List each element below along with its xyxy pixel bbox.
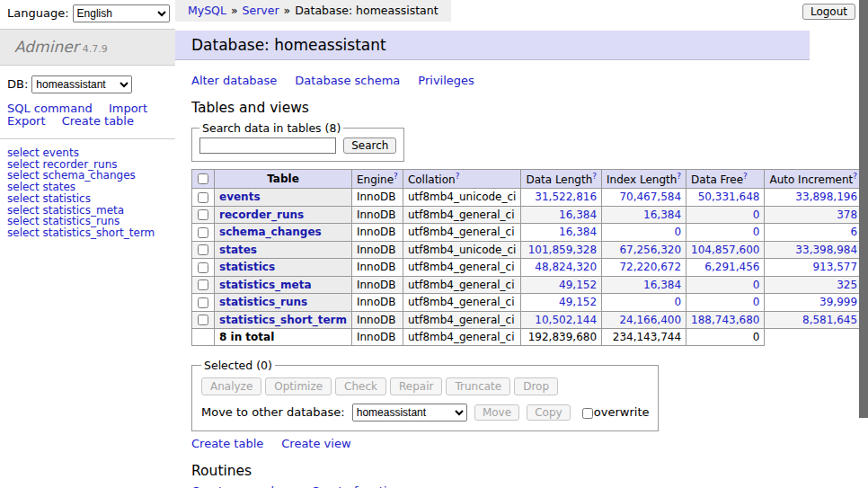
auto-increment-link[interactable]: 8,581,645 [802, 314, 857, 326]
auto-increment-link[interactable]: 33,898,196 [795, 191, 857, 203]
collation-cell: utf8mb4_unicode_ci [403, 189, 521, 207]
data-free-link[interactable]: 50,331,648 [698, 191, 760, 203]
row-checkbox[interactable] [198, 297, 208, 308]
truncate-button[interactable]: Truncate [446, 377, 510, 395]
table-link[interactable]: recorder_runs [219, 209, 304, 221]
table-link[interactable]: statistics [219, 261, 275, 273]
data-length-link[interactable]: 49,152 [559, 296, 597, 308]
sidebar-action-sql-command[interactable]: SQL command [7, 102, 93, 115]
index-length-link[interactable]: 72,220,672 [619, 261, 681, 273]
data-free-cell: 104,857,600 [686, 241, 765, 259]
copy-button[interactable]: Copy [527, 404, 570, 421]
db-select[interactable]: homeassistant [31, 75, 132, 93]
link-create-procedure[interactable]: Create procedure [191, 484, 293, 488]
data-length-link[interactable]: 31,522,816 [535, 191, 597, 203]
scrollbar-thumb[interactable] [859, 0, 868, 418]
data-free-link[interactable]: 6,291,456 [704, 261, 759, 273]
analyze-button[interactable]: Analyze [201, 377, 261, 395]
row-checkbox-cell [192, 206, 215, 224]
help-link[interactable]: ? [853, 172, 857, 181]
auto-increment-link[interactable]: 33,398,984 [795, 244, 857, 256]
data-length-link[interactable]: 16,384 [559, 209, 597, 221]
index-length-link[interactable]: 0 [674, 296, 681, 308]
language-select[interactable]: English [73, 4, 170, 22]
row-checkbox[interactable] [198, 244, 208, 255]
table-link[interactable]: states [219, 244, 257, 256]
optimize-button[interactable]: Optimize [265, 377, 332, 395]
auto-increment-link[interactable]: 6 [850, 226, 857, 238]
table-link[interactable]: statistics_short_term [219, 314, 347, 326]
data-length-link[interactable]: 48,824,320 [535, 261, 597, 273]
data-length-cell: 101,859,328 [521, 241, 602, 259]
check-button[interactable]: Check [335, 377, 386, 395]
data-free-link[interactable]: 0 [753, 279, 760, 291]
engine-cell: InnoDB [351, 189, 403, 207]
drop-button[interactable]: Drop [514, 377, 558, 395]
data-length-link[interactable]: 49,152 [559, 279, 597, 291]
search-input[interactable] [199, 138, 336, 154]
link-create-function[interactable]: Create function [311, 484, 401, 488]
breadcrumb-link[interactable]: MySQL [188, 4, 226, 17]
sidebar-table-link[interactable]: select statistics_short_term [7, 226, 155, 239]
link-privileges[interactable]: Privileges [418, 74, 474, 87]
index-length-link[interactable]: 0 [674, 226, 681, 238]
help-link[interactable]: ? [743, 172, 748, 181]
table-link[interactable]: schema_changes [219, 226, 322, 238]
table-link[interactable]: statistics_runs [219, 296, 307, 308]
auto-increment-link[interactable]: 325 [837, 279, 857, 291]
data-free-link[interactable]: 0 [753, 226, 760, 238]
row-checkbox[interactable] [198, 279, 208, 290]
data-free-link[interactable]: 104,857,600 [691, 244, 759, 256]
data-free-link[interactable]: 188,743,680 [691, 314, 759, 326]
row-checkbox-cell [192, 241, 215, 259]
data-length-link[interactable]: 16,384 [559, 226, 597, 238]
index-length-link[interactable]: 24,166,400 [619, 314, 681, 326]
row-checkbox[interactable] [198, 192, 208, 203]
move-db-select[interactable]: homeassistant [352, 404, 467, 421]
repair-button[interactable]: Repair [390, 377, 442, 395]
help-link[interactable]: ? [394, 172, 398, 181]
search-legend: Search data in tables (8) [199, 121, 343, 135]
help-link[interactable]: ? [677, 172, 681, 181]
row-checkbox-cell [192, 259, 215, 277]
auto-increment-link[interactable]: 913,577 [812, 261, 857, 273]
app-version[interactable]: 4.7.9 [83, 43, 108, 55]
row-checkbox[interactable] [198, 209, 208, 220]
total-empty-cell [192, 329, 215, 346]
sidebar-action-export[interactable]: Export [7, 114, 46, 128]
row-checkbox[interactable] [198, 315, 208, 325]
index-length-link[interactable]: 16,384 [643, 209, 681, 221]
auto-increment-cell: 6 [765, 224, 863, 242]
data-free-cell: 6,291,456 [686, 259, 765, 277]
link-database-schema[interactable]: Database schema [295, 74, 400, 87]
link-create-table[interactable]: Create table [191, 437, 263, 450]
index-length-link[interactable]: 67,256,320 [619, 244, 681, 256]
row-checkbox[interactable] [198, 262, 208, 273]
link-alter-database[interactable]: Alter database [191, 74, 277, 87]
search-button[interactable]: Search [343, 138, 396, 154]
auto-increment-link[interactable]: 378 [837, 209, 857, 221]
help-link[interactable]: ? [592, 172, 597, 181]
data-free-link[interactable]: 0 [753, 296, 760, 308]
table-link[interactable]: statistics_meta [219, 279, 312, 291]
table-link[interactable]: events [219, 191, 261, 203]
logout-button[interactable]: Logout [802, 4, 855, 20]
language-label: Language: [7, 6, 69, 20]
sidebar-action-import[interactable]: Import [109, 102, 147, 115]
help-link[interactable]: ? [456, 172, 460, 181]
index-length-link[interactable]: 16,384 [643, 279, 681, 291]
data-free-link[interactable]: 0 [753, 209, 760, 221]
move-button[interactable]: Move [474, 404, 519, 421]
total-index-length-cell: 234,143,744 [602, 329, 686, 346]
auto-increment-link[interactable]: 39,999 [819, 296, 857, 308]
breadcrumb-link[interactable]: Server [243, 4, 279, 17]
index-length-link[interactable]: 70,467,584 [619, 191, 681, 203]
link-create-view[interactable]: Create view [281, 437, 350, 450]
select-all-checkbox[interactable] [198, 173, 208, 184]
row-checkbox[interactable] [198, 227, 208, 238]
overwrite-checkbox[interactable] [582, 408, 593, 419]
sidebar-action-create-table[interactable]: Create table [62, 114, 134, 128]
auto-increment-cell: 33,398,984 [765, 241, 863, 259]
data-length-link[interactable]: 10,502,144 [535, 314, 597, 326]
data-length-link[interactable]: 101,859,328 [528, 244, 597, 256]
